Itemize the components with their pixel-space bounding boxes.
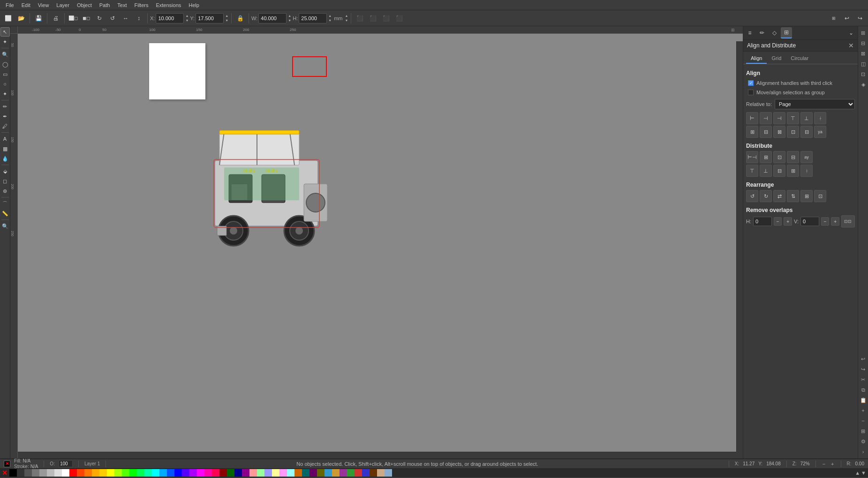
dist-ay[interactable]: ay xyxy=(800,151,813,163)
shapes-tool[interactable]: ◯ xyxy=(0,60,10,69)
ri-btn-5[interactable]: ⊡ xyxy=(859,69,868,79)
panel-close-button[interactable]: ✕ xyxy=(848,42,854,49)
align-lc-5[interactable]: ⊟ xyxy=(800,126,813,138)
rotate-cw-button[interactable]: ↻ xyxy=(93,12,106,24)
save-button[interactable]: 💾 xyxy=(32,12,45,24)
h-overlap-minus[interactable]: − xyxy=(774,217,782,226)
color-swatch[interactable] xyxy=(182,469,189,477)
color-swatch[interactable] xyxy=(129,469,137,477)
panel-icon-symbols[interactable]: ◇ xyxy=(769,27,780,38)
h-stepper[interactable]: ▲▼ xyxy=(328,14,332,23)
ri-btn-undo[interactable]: ↩ xyxy=(859,354,868,364)
align-right-edge[interactable]: ⊣ xyxy=(773,112,785,124)
color-swatch[interactable] xyxy=(122,469,129,477)
color-swatch[interactable] xyxy=(174,469,182,477)
dist-c-v[interactable]: ⊥ xyxy=(760,165,772,177)
menu-text[interactable]: Text xyxy=(113,1,130,9)
color-swatch[interactable] xyxy=(302,469,309,477)
color-swatch[interactable] xyxy=(325,469,332,477)
color-swatch[interactable] xyxy=(24,469,32,477)
tab-align[interactable]: Align xyxy=(746,53,767,64)
color-swatch[interactable] xyxy=(152,469,159,477)
color-swatch[interactable] xyxy=(212,469,219,477)
dist-c-h[interactable]: ⊞ xyxy=(760,151,772,163)
pen-tool[interactable]: ✒ xyxy=(0,112,10,121)
h-input[interactable] xyxy=(299,13,327,23)
ri-btn-6[interactable]: ◈ xyxy=(859,80,868,89)
fill-tool[interactable]: ⬙ xyxy=(0,167,10,176)
x-input[interactable] xyxy=(156,13,184,23)
w-stepper[interactable]: ▲▼ xyxy=(287,14,292,23)
print-button[interactable]: 🖨 xyxy=(50,12,62,24)
align-center-v[interactable]: ⊣ xyxy=(760,112,772,124)
v-overlap-minus[interactable]: − xyxy=(821,217,829,226)
node-tool[interactable]: ✦ xyxy=(0,37,10,46)
dist-top[interactable]: ⊤ xyxy=(746,165,758,177)
color-swatch[interactable] xyxy=(370,469,377,477)
color-swatch[interactable] xyxy=(92,469,99,477)
color-swatch[interactable] xyxy=(159,469,167,477)
ri-btn-paste[interactable]: 📋 xyxy=(859,395,868,405)
color-swatch[interactable] xyxy=(287,469,294,477)
h-overlap-plus[interactable]: + xyxy=(784,217,792,226)
no-color-button[interactable]: ✕ xyxy=(0,468,9,478)
dist-vert-text[interactable]: ⟊ xyxy=(800,165,813,177)
color-swatch[interactable] xyxy=(227,469,234,477)
align-top-button[interactable]: ⬛ xyxy=(393,12,405,24)
menu-filters[interactable]: Filters xyxy=(131,1,152,9)
ri-btn-redo[interactable]: ↪ xyxy=(859,364,868,374)
ri-btn-zoom-out[interactable]: − xyxy=(859,416,868,425)
rearrange-1[interactable]: ↺ xyxy=(746,190,758,202)
remove-overlaps-apply[interactable]: ⊡⊡ xyxy=(841,215,855,228)
rect-tool[interactable]: ▭ xyxy=(0,69,10,79)
undo-button[interactable]: ↩ xyxy=(841,12,853,24)
ri-btn-settings[interactable]: ⚙ xyxy=(859,437,868,446)
open-button[interactable]: 📂 xyxy=(15,12,27,24)
align-center-button[interactable]: ⬛ xyxy=(367,12,379,24)
color-swatch[interactable] xyxy=(204,469,212,477)
panel-icon-layers[interactable]: ≡ xyxy=(744,27,755,38)
gradient-tool[interactable]: ▦ xyxy=(0,144,10,153)
panel-icon-objects[interactable]: ✏ xyxy=(756,27,768,38)
ri-btn-1[interactable]: ⊞ xyxy=(859,28,868,38)
menu-extensions[interactable]: Extensions xyxy=(152,1,185,9)
color-swatch[interactable] xyxy=(47,469,54,477)
zoom-plus-button[interactable]: + xyxy=(830,461,835,467)
color-swatch[interactable] xyxy=(219,469,227,477)
menu-layer[interactable]: Layer xyxy=(53,1,73,9)
select-transform-button[interactable]: ⬜◻ xyxy=(67,12,79,24)
palette-scroll-down[interactable]: ▼ xyxy=(861,470,866,476)
star-tool[interactable]: ✦ xyxy=(0,89,10,99)
eraser-tool[interactable]: ◻ xyxy=(0,176,10,186)
align-lc-4[interactable]: ⊡ xyxy=(787,126,799,138)
w-input[interactable] xyxy=(258,13,287,23)
color-swatch[interactable] xyxy=(189,469,197,477)
text-tool[interactable]: A xyxy=(0,134,10,144)
color-swatch[interactable] xyxy=(377,469,385,477)
x-stepper[interactable]: ▲▼ xyxy=(185,14,189,23)
flip-h-button[interactable]: ↔ xyxy=(120,12,132,24)
v-overlap-input[interactable] xyxy=(800,217,819,226)
color-swatch[interactable] xyxy=(355,469,362,477)
eyedropper-tool[interactable]: 💧 xyxy=(0,154,10,163)
rearrange-2[interactable]: ↻ xyxy=(760,190,772,202)
color-swatch[interactable] xyxy=(137,469,144,477)
circle-tool[interactable]: ○ xyxy=(0,79,10,89)
v-overlap-plus[interactable]: + xyxy=(831,217,839,226)
zoom-tool[interactable]: 🔍 xyxy=(0,50,10,59)
rearrange-6[interactable]: ⊡ xyxy=(814,190,826,202)
transform-button[interactable]: ◼◻ xyxy=(80,12,92,24)
ri-btn-2[interactable]: ⊟ xyxy=(859,38,868,48)
spray-tool[interactable]: ⊚ xyxy=(0,186,10,196)
menu-file[interactable]: File xyxy=(2,1,18,9)
color-swatch[interactable] xyxy=(114,469,122,477)
canvas-area[interactable]: -100 -50 0 50 100 150 200 250 50 100 150… xyxy=(10,26,743,458)
menu-object[interactable]: Object xyxy=(73,1,96,9)
color-swatch[interactable] xyxy=(69,469,77,477)
color-swatch[interactable] xyxy=(264,469,272,477)
color-swatch[interactable] xyxy=(385,469,392,477)
ri-btn-arrow[interactable]: › xyxy=(859,447,868,456)
color-swatch[interactable] xyxy=(347,469,355,477)
menu-path[interactable]: Path xyxy=(96,1,114,9)
align-left-button[interactable]: ⬛ xyxy=(354,12,366,24)
